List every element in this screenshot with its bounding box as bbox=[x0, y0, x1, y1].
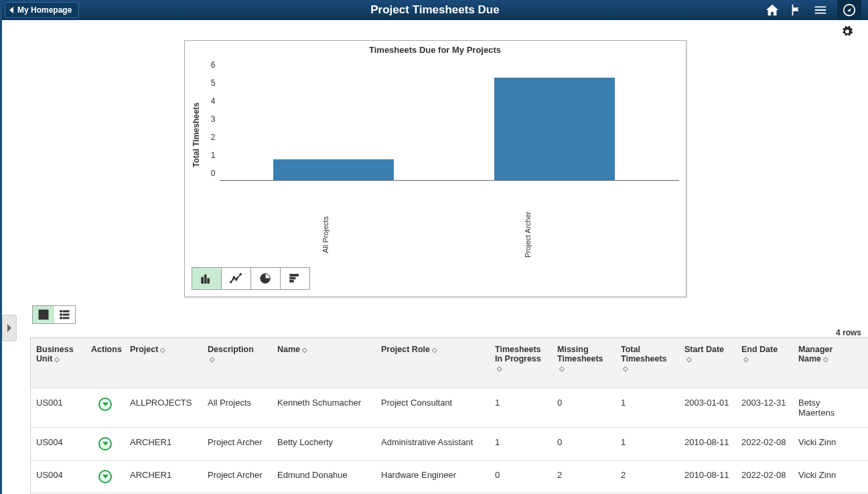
svg-rect-2 bbox=[204, 275, 206, 284]
chart-x-label-2: Project Archer bbox=[524, 212, 532, 258]
bar-chart-icon bbox=[200, 272, 212, 284]
cell-project: ALLPROJECTS bbox=[125, 388, 202, 427]
cell-project-role: Hardware Engineer bbox=[376, 461, 490, 493]
table-header-row: Business Unit◇ Actions Project◇ Descript… bbox=[31, 338, 868, 388]
page-title: Project Timesheets Due bbox=[2, 3, 868, 17]
back-button[interactable]: My Homepage bbox=[5, 2, 79, 18]
svg-rect-22 bbox=[63, 317, 69, 319]
col-business-unit[interactable]: Business Unit◇ bbox=[31, 338, 86, 378]
svg-rect-1 bbox=[202, 277, 204, 283]
compass-icon bbox=[842, 3, 857, 17]
cell-missing-timesheets: 2 bbox=[552, 461, 616, 493]
cell-project-role: Administrative Assistant bbox=[376, 428, 490, 460]
list-icon bbox=[59, 309, 70, 320]
cell-actions bbox=[86, 428, 125, 460]
horizontal-bar-icon bbox=[289, 272, 301, 284]
svg-point-6 bbox=[236, 279, 238, 281]
menu-icon[interactable] bbox=[813, 3, 828, 17]
sort-icon: ◇ bbox=[54, 355, 60, 363]
cell-project: ARCHER1 bbox=[125, 461, 202, 493]
chart-toolbar bbox=[192, 267, 679, 290]
cell-name: Betty Locherty bbox=[272, 428, 376, 460]
svg-point-4 bbox=[230, 281, 232, 283]
table-row: US004ARCHER1Project ArcherBetty Locherty… bbox=[31, 428, 868, 461]
col-project[interactable]: Project◇ bbox=[125, 338, 202, 369]
cell-timesheets-in-progress: 0 bbox=[490, 461, 552, 493]
pie-chart-icon bbox=[259, 272, 271, 284]
col-project-role[interactable]: Project Role◇ bbox=[376, 338, 490, 369]
grid-icon bbox=[38, 309, 49, 320]
cell-total-timesheets: 2 bbox=[616, 461, 679, 493]
sort-icon: ◇ bbox=[210, 355, 215, 363]
table-row: US004ARCHER1Project ArcherEdmund Donahue… bbox=[31, 461, 868, 493]
chart-type-hbar-button[interactable] bbox=[280, 267, 310, 290]
chart-plot-area bbox=[220, 58, 679, 181]
col-missing-timesheets[interactable]: Missing Timesheets◇ bbox=[552, 338, 616, 388]
cell-manager-name: Betsy Maertens bbox=[793, 388, 863, 427]
col-name[interactable]: Name◇ bbox=[272, 338, 376, 369]
gear-icon[interactable] bbox=[841, 25, 853, 37]
gear-row bbox=[2, 20, 868, 40]
sort-icon: ◇ bbox=[686, 355, 692, 363]
cell-description: Project Archer bbox=[202, 428, 272, 460]
line-chart-icon bbox=[230, 272, 242, 284]
svg-point-19 bbox=[60, 314, 62, 316]
flag-icon[interactable] bbox=[789, 3, 804, 17]
svg-point-17 bbox=[60, 311, 62, 313]
app-header: My Homepage Project Timesheets Due bbox=[2, 0, 868, 20]
cell-total-timesheets: 1 bbox=[616, 388, 679, 427]
cell-end-date: 2022-02-08 bbox=[736, 428, 793, 460]
chart-x-labels: All Projects Project Archer bbox=[208, 212, 679, 258]
grid-view-button[interactable] bbox=[33, 306, 54, 323]
chart-type-pie-button[interactable] bbox=[250, 267, 281, 290]
chart-x-label-1: All Projects bbox=[321, 212, 330, 258]
cell-actions bbox=[86, 461, 125, 493]
sort-icon: ◇ bbox=[160, 346, 165, 353]
compass-button[interactable] bbox=[837, 0, 861, 20]
svg-point-7 bbox=[240, 273, 242, 275]
cell-name: Kenneth Schumacher bbox=[272, 388, 376, 427]
data-table: Business Unit◇ Actions Project◇ Descript… bbox=[30, 337, 868, 494]
cell-total-timesheets: 1 bbox=[616, 428, 679, 460]
cell-start-date: 2010-08-11 bbox=[679, 461, 736, 493]
cell-timesheets-in-progress: 1 bbox=[490, 388, 552, 427]
table-row: US001ALLPROJECTSAll ProjectsKenneth Schu… bbox=[31, 388, 868, 428]
chart-y-label: Total Timesheets bbox=[192, 102, 201, 167]
sort-icon: ◇ bbox=[497, 365, 502, 372]
cell-missing-timesheets: 0 bbox=[552, 428, 616, 460]
col-end-date[interactable]: End Date◇ bbox=[736, 338, 793, 378]
cell-project: ARCHER1 bbox=[125, 428, 202, 460]
col-description[interactable]: Description◇ bbox=[202, 338, 272, 378]
svg-rect-3 bbox=[208, 278, 210, 283]
chart-type-line-button[interactable] bbox=[221, 267, 251, 290]
chevron-down-icon bbox=[102, 442, 108, 446]
svg-rect-18 bbox=[63, 311, 69, 312]
chart-type-bar-button[interactable] bbox=[192, 267, 222, 290]
svg-point-5 bbox=[233, 276, 235, 278]
chevron-down-icon bbox=[102, 475, 108, 479]
svg-rect-20 bbox=[63, 314, 69, 315]
svg-rect-10 bbox=[290, 277, 295, 279]
collapse-handle[interactable] bbox=[2, 315, 17, 341]
col-timesheets-in-progress[interactable]: Timesheets In Progress◇ bbox=[490, 338, 552, 388]
cell-manager-name: Vicki Zinn bbox=[793, 428, 863, 460]
col-manager-name[interactable]: Manager Name◇ bbox=[793, 338, 863, 378]
chart-bar-1[interactable] bbox=[273, 159, 394, 180]
chevron-right-icon bbox=[6, 323, 13, 333]
home-icon[interactable] bbox=[765, 3, 780, 17]
chevron-left-icon bbox=[9, 7, 13, 13]
col-total-timesheets[interactable]: Total Timesheets◇ bbox=[616, 338, 679, 388]
row-actions-button[interactable] bbox=[98, 398, 112, 411]
chart-bar-2[interactable] bbox=[494, 78, 615, 180]
cell-business-unit: US004 bbox=[31, 428, 86, 460]
cell-description: All Projects bbox=[202, 388, 272, 427]
cell-timesheets-in-progress: 1 bbox=[490, 428, 552, 460]
chart-title: Timesheets Due for My Projects bbox=[192, 45, 679, 55]
cell-end-date: 2022-02-08 bbox=[736, 461, 793, 493]
row-actions-button[interactable] bbox=[98, 470, 112, 483]
col-start-date[interactable]: Start Date◇ bbox=[679, 338, 736, 378]
row-actions-button[interactable] bbox=[98, 437, 112, 450]
list-view-button[interactable] bbox=[54, 306, 76, 323]
col-actions: Actions bbox=[86, 338, 125, 369]
svg-rect-12 bbox=[39, 310, 48, 319]
